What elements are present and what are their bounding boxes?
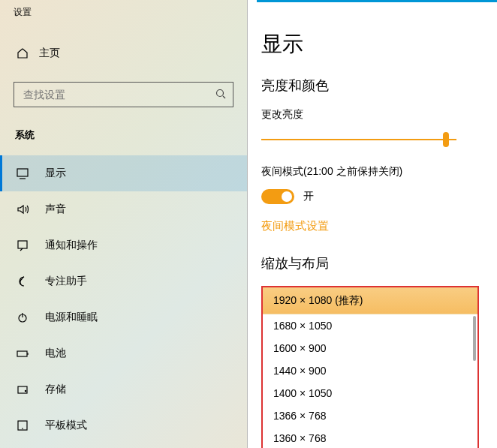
sidebar-item-5[interactable]: 电池 [0, 335, 247, 371]
home-icon [17, 47, 29, 59]
accent-band [257, 0, 497, 2]
resolution-option[interactable]: 1440 × 900 [263, 359, 477, 382]
battery-icon [17, 347, 30, 359]
sidebar-item-label: 存储 [45, 383, 66, 396]
resolution-option[interactable]: 1600 × 900 [263, 337, 477, 359]
resolution-selected[interactable]: 1920 × 1080 (推荐) [263, 287, 477, 314]
brightness-slider[interactable] [261, 132, 456, 147]
svg-point-6 [25, 390, 26, 391]
sidebar-item-0[interactable]: 显示 [0, 155, 247, 191]
toggle-state-label: 开 [303, 190, 314, 203]
night-mode-toggle[interactable] [261, 189, 294, 204]
sidebar-item-label: 电池 [45, 347, 66, 360]
moon-icon [17, 275, 30, 287]
dropdown-scrollbar[interactable] [473, 316, 476, 361]
sound-icon [17, 203, 30, 215]
svg-rect-1 [17, 169, 28, 176]
resolution-option[interactable]: 1400 × 1050 [263, 382, 477, 404]
sidebar-item-1[interactable]: 声音 [0, 191, 247, 227]
resolution-dropdown[interactable]: 1920 × 1080 (推荐) 1680 × 10501600 × 90014… [261, 286, 479, 448]
slider-thumb[interactable] [443, 132, 449, 147]
search-box[interactable] [14, 82, 233, 107]
svg-rect-5 [18, 386, 27, 393]
slider-track [261, 139, 456, 140]
power-icon [17, 311, 30, 323]
night-mode-label: 夜间模式(21:00 之前保持关闭) [261, 165, 497, 179]
home-link[interactable]: 主页 [0, 40, 247, 67]
sidebar-item-4[interactable]: 电源和睡眠 [0, 299, 247, 335]
tablet-icon [17, 419, 30, 431]
search-icon [215, 88, 227, 102]
sidebar-item-label: 电源和睡眠 [45, 311, 98, 324]
svg-rect-2 [18, 241, 27, 248]
toggle-knob [282, 191, 292, 202]
sidebar-item-label: 通知和操作 [45, 239, 98, 252]
sidebar-item-3[interactable]: 专注助手 [0, 263, 247, 299]
resolution-option[interactable]: 1680 × 1050 [263, 314, 477, 337]
sidebar-item-label: 平板模式 [45, 419, 87, 432]
notify-icon [17, 239, 30, 251]
sidebar-item-2[interactable]: 通知和操作 [0, 227, 247, 263]
main-panel: 显示 亮度和颜色 更改亮度 夜间模式(21:00 之前保持关闭) 开 夜间模式设… [248, 0, 497, 448]
storage-icon [17, 383, 30, 395]
display-icon [17, 167, 30, 179]
sidebar-item-8[interactable]: 多任务处理 [0, 443, 247, 448]
resolution-option[interactable]: 1360 × 768 [263, 427, 477, 448]
sidebar: 设置 主页 系统 显示声音通知和操作专注助手电源和睡眠电池存储平板模式多任务处理 [0, 0, 248, 448]
sidebar-item-7[interactable]: 平板模式 [0, 407, 247, 443]
brightness-label: 更改亮度 [261, 108, 497, 122]
page-title: 显示 [261, 30, 497, 59]
svg-point-0 [217, 89, 224, 96]
sidebar-item-label: 显示 [45, 167, 66, 180]
brightness-section-title: 亮度和颜色 [261, 77, 497, 95]
resolution-option[interactable]: 1366 × 768 [263, 404, 477, 427]
sidebar-nav: 显示声音通知和操作专注助手电源和睡眠电池存储平板模式多任务处理 [0, 155, 247, 448]
svg-rect-4 [17, 351, 27, 356]
resolution-option-list: 1680 × 10501600 × 9001440 × 9001400 × 10… [263, 314, 477, 448]
section-title: 系统 [0, 107, 247, 142]
sidebar-item-label: 专注助手 [45, 275, 87, 288]
search-input[interactable] [22, 88, 172, 101]
night-mode-settings-link[interactable]: 夜间模式设置 [261, 219, 497, 233]
sidebar-item-6[interactable]: 存储 [0, 371, 247, 407]
sidebar-item-label: 声音 [45, 203, 66, 216]
app-title: 设置 [0, 0, 247, 19]
scale-section-title: 缩放与布局 [261, 254, 497, 272]
home-label: 主页 [39, 47, 60, 60]
